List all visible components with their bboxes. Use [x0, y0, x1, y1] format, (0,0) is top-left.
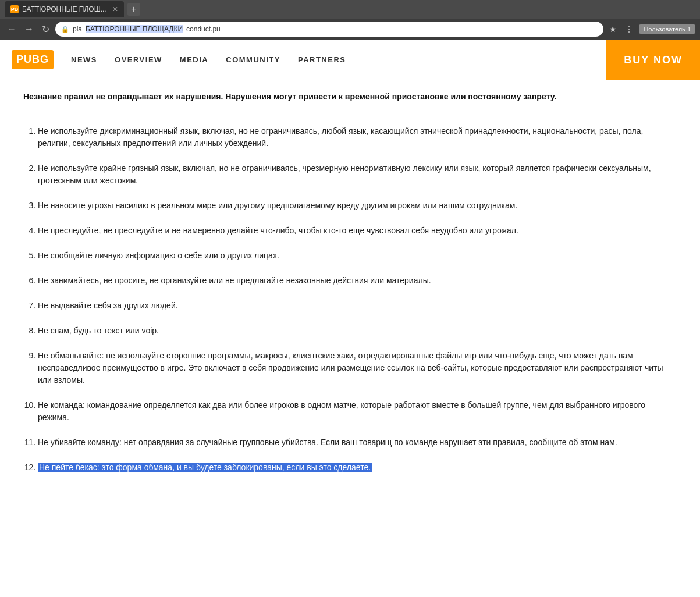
- browser-tab[interactable]: PB БАТТЮРОННЫЕ ПЛОШ... ✕: [5, 1, 124, 17]
- back-button[interactable]: ←: [5, 23, 19, 35]
- list-item: Не спам, будь то текст или voip.: [38, 325, 677, 337]
- url-highlighted: БАТТЮРОННЫЕ ПЛОЩАДКИ: [86, 25, 183, 33]
- url-suffix: conduct.pu: [186, 25, 221, 33]
- site-header: PUBG NEWS OVERVIEW MEDIA COMMUNITY PARTN…: [0, 40, 700, 80]
- highlighted-rule: Не пейте бекас: это форма обмана, и вы б…: [38, 463, 372, 472]
- tab-title: БАТТЮРОННЫЕ ПЛОШ...: [22, 5, 106, 13]
- url-prefix: pla: [73, 25, 82, 33]
- nav-media[interactable]: MEDIA: [180, 55, 208, 64]
- main-nav: NEWS OVERVIEW MEDIA COMMUNITY PARTNERS: [71, 55, 346, 64]
- reload-button[interactable]: ↻: [40, 23, 52, 36]
- address-bar[interactable]: 🔒 plaБАТТЮРОННЫЕ ПЛОЩАДКИconduct.pu: [55, 22, 603, 37]
- list-item: Не наносите угрозы насилию в реальном ми…: [38, 200, 677, 212]
- list-item: Не преследуйте, не преследуйте и не наме…: [38, 225, 677, 237]
- bookmark-button[interactable]: ★: [607, 23, 619, 35]
- pubg-logo[interactable]: PUBG: [12, 50, 54, 69]
- list-item: Не команда: командование определяется ка…: [38, 399, 677, 424]
- divider: [23, 113, 677, 113]
- nav-overview[interactable]: OVERVIEW: [115, 55, 162, 64]
- tab-favicon: PB: [10, 5, 19, 13]
- user-button[interactable]: Пользователь 1: [639, 24, 695, 34]
- nav-partners[interactable]: PARTNERS: [298, 55, 346, 64]
- toolbar-right: ★ ⋮ Пользователь 1: [607, 23, 695, 35]
- more-button[interactable]: ⋮: [623, 23, 635, 35]
- list-item: Не занимайтесь, не просите, не организуй…: [38, 275, 677, 287]
- tab-close-button[interactable]: ✕: [112, 5, 118, 13]
- warning-text: Незнание правил не оправдывает их наруше…: [23, 92, 677, 101]
- list-item: Не используйте крайне грязный язык, вклю…: [38, 162, 677, 187]
- forward-button[interactable]: →: [22, 23, 36, 35]
- browser-chrome: PB БАТТЮРОННЫЕ ПЛОШ... ✕ +: [0, 0, 700, 19]
- list-item: Не сообщайте личную информацию о себе ил…: [38, 250, 677, 262]
- lock-icon: 🔒: [61, 26, 69, 33]
- new-tab-button[interactable]: +: [127, 3, 140, 16]
- list-item: Не используйте дискриминационный язык, в…: [38, 125, 677, 150]
- list-item-highlighted: Не пейте бекас: это форма обмана, и вы б…: [38, 461, 677, 474]
- nav-community[interactable]: COMMUNITY: [226, 55, 280, 64]
- list-item: Не выдавайте себя за других людей.: [38, 300, 677, 312]
- list-item: Не обманывайте: не используйте сторонние…: [38, 350, 677, 386]
- rules-list: Не используйте дискриминационный язык, в…: [23, 125, 677, 474]
- browser-toolbar: ← → ↻ 🔒 plaБАТТЮРОННЫЕ ПЛОЩАДКИconduct.p…: [0, 19, 700, 40]
- list-item: Не убивайте команду: нет оправдания за с…: [38, 436, 677, 449]
- nav-news[interactable]: NEWS: [71, 55, 97, 64]
- buy-now-button[interactable]: BUY NOW: [606, 40, 700, 80]
- main-content: Незнание правил не оправдывает их наруше…: [0, 80, 700, 498]
